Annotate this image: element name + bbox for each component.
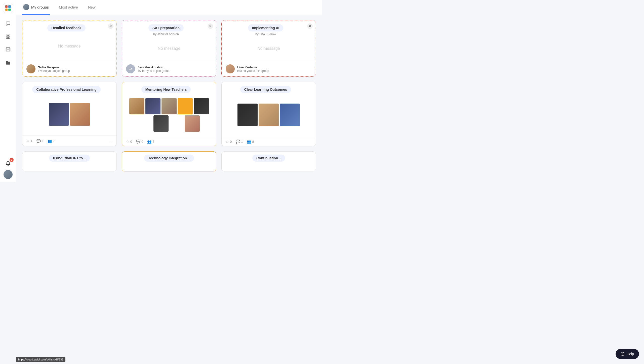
card-title: Mentoring New Teachers: [141, 86, 191, 93]
card-header: Implementing AI by Lisa Kudrow: [222, 20, 316, 36]
invite-card-detailed-feedback[interactable]: Detailed feedback ✕ No message Sofia Ver…: [22, 20, 117, 77]
logo-grid: [5, 5, 11, 11]
star-count: 0: [130, 140, 132, 144]
stat-stars: ☆ 0: [226, 140, 232, 144]
group-card-clear-learning[interactable]: Clear Learning Outcomes ☆ 0 💬: [221, 82, 316, 146]
card-header: Technology integration...: [122, 152, 216, 162]
inviter-avatar: JA: [126, 64, 135, 73]
card-footer: Lisa Kudrow invited you to join group: [222, 61, 316, 76]
inviter-name: Sofia Vergara: [38, 65, 70, 69]
card-header: Clear Learning Outcomes: [222, 82, 316, 93]
close-button[interactable]: ✕: [307, 23, 313, 29]
member-count: 8: [252, 140, 254, 144]
invite-card-sat-preparation[interactable]: SAT preparation by Jennifer Aniston ✕ No…: [122, 20, 216, 77]
photo-mosaic-mentoring: [129, 98, 209, 132]
tabs-bar: My groups Most active New: [16, 0, 322, 15]
footer-text: Jennifer Aniston invited you to join gro…: [138, 65, 170, 73]
card-title: Continuation...: [252, 155, 285, 162]
card-title: using ChatGPT to...: [49, 155, 90, 162]
sidebar-bottom: 3: [4, 159, 13, 179]
inviter-name: Lisa Kudrow: [237, 65, 269, 69]
stat-members: 👥 8: [247, 140, 254, 144]
member-photo-1: [49, 103, 69, 126]
sidebar: 3: [0, 0, 16, 182]
sidebar-item-folder[interactable]: [4, 58, 13, 67]
close-button[interactable]: ✕: [108, 23, 113, 29]
card-body: [22, 93, 116, 135]
card-subtitle: by Jennifer Aniston: [153, 32, 179, 36]
sidebar-item-grid[interactable]: [4, 32, 13, 41]
stats-bar: ☆ 0 💬 0 👥 7: [122, 137, 216, 146]
card-body: No message: [222, 36, 316, 61]
card-body: No message: [22, 31, 116, 61]
card-header: using ChatGPT to...: [22, 152, 116, 162]
card-title: Technology integration...: [144, 155, 194, 162]
stats-bar: ☆ 1 💬 1 👥 7 ···: [22, 135, 116, 146]
logo-dot-red: [5, 5, 8, 8]
no-message-text: No message: [58, 44, 81, 49]
svg-rect-0: [6, 35, 8, 36]
card-header: Continuation...: [222, 152, 316, 162]
close-button[interactable]: ✕: [208, 23, 213, 29]
user-avatar[interactable]: [4, 170, 13, 179]
stat-members: 👥 7: [147, 140, 154, 144]
inviter-avatar: [26, 64, 35, 73]
star-icon: ☆: [226, 140, 229, 144]
card-footer: Sofia Vergara invited you to join group: [22, 61, 116, 76]
photo-mosaic: [235, 102, 302, 128]
more-options-button[interactable]: ···: [109, 138, 112, 144]
sidebar-item-film[interactable]: [4, 45, 13, 54]
main-content: My groups Most active New Detailed feedb…: [16, 0, 322, 182]
members-icon: 👥: [48, 139, 52, 143]
card-header: SAT preparation by Jennifer Aniston: [122, 20, 216, 36]
tab-most-active[interactable]: Most active: [58, 0, 79, 15]
star-count: 0: [230, 140, 232, 144]
group-card-chatgpt[interactable]: using ChatGPT to...: [22, 151, 117, 171]
logo-dot-yellow: [5, 9, 8, 11]
card-body: [222, 93, 316, 137]
inviter-sub: invited you to join group: [237, 69, 269, 73]
tab-avatar: [23, 4, 29, 10]
card-body: No message: [122, 36, 216, 61]
stat-comments: 💬 1: [236, 140, 243, 144]
footer-text: Lisa Kudrow invited you to join group: [237, 65, 269, 73]
card-subtitle: by Lisa Kudrow: [255, 32, 276, 36]
photo-mosaic: [47, 101, 92, 128]
sidebar-item-chat[interactable]: [4, 19, 13, 28]
no-message-text: No message: [257, 46, 280, 51]
group-card-mentoring[interactable]: Mentoring New Teachers: [122, 82, 216, 146]
group-card-continuation[interactable]: Continuation...: [221, 151, 316, 171]
card-header: Mentoring New Teachers: [122, 82, 216, 93]
card-title: SAT preparation: [148, 24, 184, 31]
footer-text: Sofia Vergara invited you to join group: [38, 65, 70, 73]
members-icon: 👥: [147, 140, 151, 144]
tab-new[interactable]: New: [87, 0, 97, 15]
comment-icon: 💬: [136, 140, 140, 144]
notification-wrapper[interactable]: 3: [4, 159, 13, 168]
card-header: Collaborative Professional Learning: [22, 82, 116, 93]
comment-count: 1: [42, 139, 44, 143]
comment-icon: 💬: [236, 140, 240, 144]
star-icon: ☆: [126, 140, 129, 144]
members-icon: 👥: [247, 140, 251, 144]
stat-stars: ☆ 1: [26, 139, 32, 143]
mosaic-row-1: [129, 98, 209, 114]
stat-comments: 💬 1: [36, 139, 44, 143]
card-header: Detailed feedback: [22, 20, 116, 31]
mosaic-row-2: [138, 115, 200, 132]
stat-comments: 💬 0: [136, 140, 143, 144]
group-card-collaborative[interactable]: Collaborative Professional Learning ☆ 1 …: [22, 82, 117, 146]
logo-dot-green: [8, 9, 11, 11]
comment-count: 1: [241, 140, 243, 144]
comment-count: 0: [141, 140, 143, 144]
stat-stars: ☆ 0: [126, 140, 132, 144]
inviter-name: Jennifer Aniston: [138, 65, 170, 69]
card-footer: JA Jennifer Aniston invited you to join …: [122, 61, 216, 76]
star-icon: ☆: [26, 139, 30, 143]
grid-area: Detailed feedback ✕ No message Sofia Ver…: [16, 15, 322, 182]
invite-card-implementing-ai[interactable]: Implementing AI by Lisa Kudrow ✕ No mess…: [221, 20, 316, 77]
tab-my-groups[interactable]: My groups: [22, 0, 50, 15]
logo-dot-blue: [8, 5, 11, 8]
logo[interactable]: [3, 3, 13, 13]
group-card-technology[interactable]: Technology integration...: [122, 151, 216, 171]
